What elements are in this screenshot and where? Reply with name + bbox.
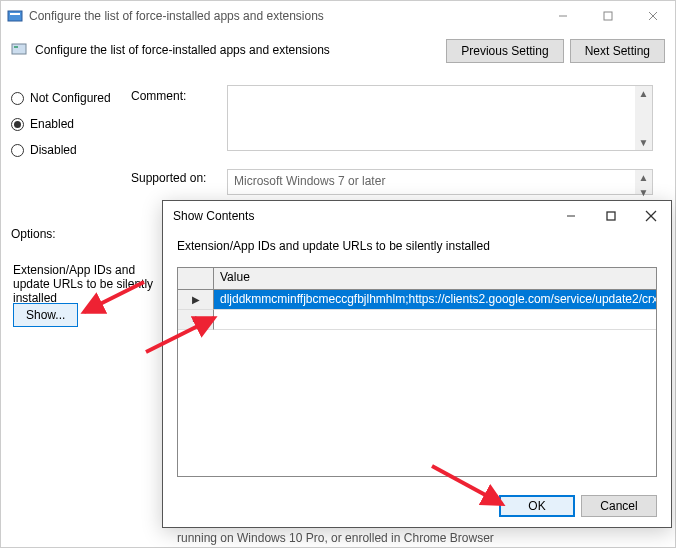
radio-icon: [11, 144, 24, 157]
policy-icon: [11, 41, 27, 57]
supported-on-text: Microsoft Windows 7 or later: [234, 174, 385, 188]
scrollbar[interactable]: ▲ ▼: [635, 86, 652, 150]
grid-corner: [178, 268, 214, 290]
dialog-title-bar: Show Contents: [163, 201, 671, 231]
dialog-subtitle: Extension/App IDs and update URLs to be …: [163, 231, 671, 261]
radio-disabled[interactable]: Disabled: [11, 137, 111, 163]
supported-on-label: Supported on:: [131, 171, 206, 185]
title-bar: Configure the list of force-installed ap…: [1, 1, 675, 31]
grid-row-new[interactable]: ✱: [178, 310, 656, 330]
dialog-buttons: OK Cancel: [499, 495, 657, 517]
header-section: Configure the list of force-installed ap…: [1, 31, 675, 63]
radio-icon: [11, 92, 24, 105]
supported-on-field: Microsoft Windows 7 or later ▲ ▼: [227, 169, 653, 195]
new-row-icon: ✱: [192, 315, 200, 325]
comment-label: Comment:: [131, 89, 186, 103]
svg-rect-1: [10, 13, 20, 15]
next-setting-button[interactable]: Next Setting: [570, 39, 665, 63]
current-row-icon: ▶: [192, 294, 200, 305]
value-grid[interactable]: Value ▶ dljddkmmcminffjbcmeccgfbjlhmhlm;…: [177, 267, 657, 477]
radio-not-configured[interactable]: Not Configured: [11, 85, 111, 111]
grid-cell-value[interactable]: dljddkmmcminffjbcmeccgfbjlhmhlm;https://…: [214, 290, 656, 310]
scroll-up-icon: ▲: [637, 86, 651, 101]
minimize-button[interactable]: [540, 1, 585, 31]
window-controls: [540, 1, 675, 31]
policy-title: Configure the list of force-installed ap…: [35, 39, 446, 57]
radio-label: Not Configured: [30, 91, 111, 105]
scroll-down-icon: ▼: [637, 185, 651, 200]
options-label: Options:: [11, 227, 56, 241]
previous-setting-button[interactable]: Previous Setting: [446, 39, 563, 63]
radio-label: Enabled: [30, 117, 74, 131]
maximize-button[interactable]: [585, 1, 630, 31]
grid-header: Value: [178, 268, 656, 290]
show-contents-dialog: Show Contents Extension/App IDs and upda…: [162, 200, 672, 528]
dialog-close-button[interactable]: [631, 202, 671, 230]
ok-button[interactable]: OK: [499, 495, 575, 517]
help-text-fragment: running on Windows 10 Pro, or enrolled i…: [177, 531, 494, 545]
show-button[interactable]: Show...: [13, 303, 78, 327]
grid-column-header[interactable]: Value: [214, 268, 656, 290]
svg-rect-6: [12, 44, 26, 54]
dialog-window-controls: [551, 202, 671, 230]
dialog-maximize-button[interactable]: [591, 202, 631, 230]
svg-rect-0: [8, 11, 22, 21]
grid-cell-empty[interactable]: [214, 310, 656, 330]
radio-enabled[interactable]: Enabled: [11, 111, 111, 137]
scroll-up-icon: ▲: [637, 170, 651, 185]
dialog-title: Show Contents: [173, 209, 551, 223]
radio-icon: [11, 118, 24, 131]
cancel-button[interactable]: Cancel: [581, 495, 657, 517]
scroll-down-icon: ▼: [637, 135, 651, 150]
scrollbar[interactable]: ▲ ▼: [635, 170, 652, 194]
app-icon: [7, 8, 23, 24]
row-indicator[interactable]: ▶: [178, 290, 214, 310]
window-title: Configure the list of force-installed ap…: [29, 9, 540, 23]
svg-rect-9: [607, 212, 615, 220]
state-radio-group: Not Configured Enabled Disabled: [11, 85, 111, 163]
radio-label: Disabled: [30, 143, 77, 157]
dialog-minimize-button[interactable]: [551, 202, 591, 230]
svg-rect-7: [14, 46, 18, 48]
close-button[interactable]: [630, 1, 675, 31]
svg-rect-3: [604, 12, 612, 20]
comment-textarea[interactable]: ▲ ▼: [227, 85, 653, 151]
row-indicator[interactable]: ✱: [178, 310, 214, 330]
grid-row-selected[interactable]: ▶ dljddkmmcminffjbcmeccgfbjlhmhlm;https:…: [178, 290, 656, 310]
options-description: Extension/App IDs and update URLs to be …: [13, 263, 173, 305]
nav-buttons: Previous Setting Next Setting: [446, 39, 665, 63]
